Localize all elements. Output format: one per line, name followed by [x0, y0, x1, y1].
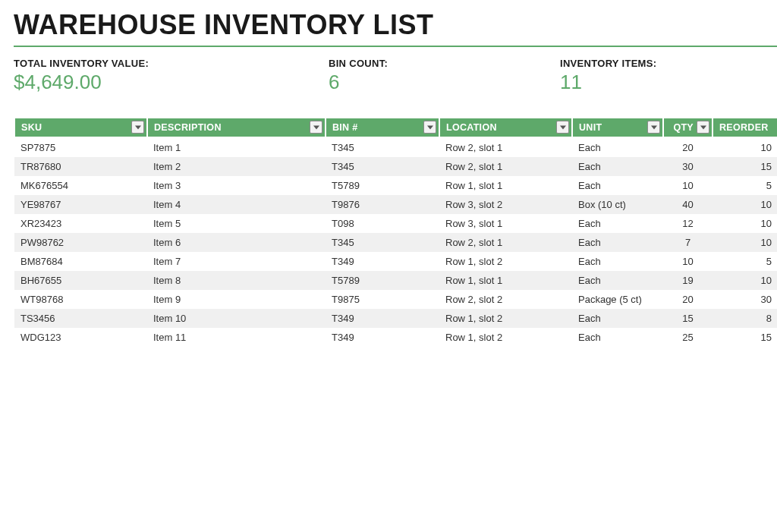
filter-dropdown-icon[interactable] — [697, 121, 709, 134]
cell-sku: BH67655 — [14, 271, 147, 290]
cell-reorder: 10 — [713, 233, 777, 252]
cell-bin: T9875 — [326, 290, 439, 309]
cell-qty: 19 — [663, 271, 713, 290]
filter-dropdown-icon[interactable] — [423, 121, 436, 134]
page-title: WAREHOUSE INVENTORY LIST — [14, 9, 777, 41]
cell-qty: 20 — [663, 290, 713, 309]
cell-sku: BM87684 — [14, 252, 147, 271]
cell-reorder: 15 — [713, 157, 777, 176]
cell-qty: 20 — [663, 137, 713, 157]
cell-bin: T345 — [326, 233, 439, 252]
svg-marker-3 — [560, 125, 566, 129]
cell-description: Item 1 — [147, 137, 326, 157]
table-row: WDG123Item 11T349Row 1, slot 2Each2515 — [14, 328, 777, 347]
cell-description: Item 9 — [147, 290, 326, 309]
cell-sku: WDG123 — [14, 328, 147, 347]
cell-location: Row 1, slot 2 — [439, 252, 572, 271]
col-header-unit[interactable]: UNIT — [572, 118, 663, 137]
table-header-row: SKU DESCRIPTION BIN # LOCATION UNIT — [14, 118, 777, 137]
table-body: SP7875Item 1T345Row 2, slot 1Each2010TR8… — [14, 137, 777, 347]
cell-reorder: 8 — [713, 309, 777, 328]
cell-unit: Box (10 ct) — [572, 195, 663, 214]
cell-sku: YE98767 — [14, 195, 147, 214]
table-row: TS3456Item 10T349Row 1, slot 2Each158 — [14, 309, 777, 328]
filter-dropdown-icon[interactable] — [310, 121, 322, 134]
col-header-sku[interactable]: SKU — [14, 118, 147, 137]
cell-sku: SP7875 — [14, 137, 147, 157]
table-row: XR23423Item 5T098Row 3, slot 1Each1210 — [14, 214, 777, 233]
cell-reorder: 30 — [713, 290, 777, 309]
col-header-reorder-label: REORDER — [719, 122, 769, 133]
cell-bin: T349 — [326, 328, 439, 347]
cell-bin: T345 — [326, 157, 439, 176]
col-header-description-label: DESCRIPTION — [154, 122, 222, 133]
cell-unit: Each — [572, 328, 663, 347]
filter-dropdown-icon[interactable] — [647, 121, 660, 134]
col-header-reorder[interactable]: REORDER — [713, 118, 777, 137]
cell-sku: PW98762 — [14, 233, 147, 252]
cell-location: Row 3, slot 1 — [439, 214, 572, 233]
cell-description: Item 2 — [147, 157, 326, 176]
filter-dropdown-icon[interactable] — [131, 121, 144, 134]
cell-location: Row 1, slot 2 — [439, 328, 572, 347]
cell-sku: TR87680 — [14, 157, 147, 176]
svg-marker-0 — [135, 125, 141, 129]
cell-reorder: 10 — [713, 271, 777, 290]
inventory-table: SKU DESCRIPTION BIN # LOCATION UNIT — [14, 117, 777, 347]
cell-unit: Each — [572, 309, 663, 328]
cell-location: Row 2, slot 1 — [439, 137, 572, 157]
cell-sku: XR23423 — [14, 214, 147, 233]
col-header-bin-label: BIN # — [332, 122, 357, 133]
cell-bin: T5789 — [326, 271, 439, 290]
cell-bin: T5789 — [326, 176, 439, 195]
cell-location: Row 1, slot 1 — [439, 176, 572, 195]
stat-inventory-items: INVENTORY ITEMS: 11 — [560, 58, 656, 94]
table-row: SP7875Item 1T345Row 2, slot 1Each2010 — [14, 137, 777, 157]
stat-bin-count: BIN COUNT: 6 — [329, 58, 560, 94]
cell-unit: Each — [572, 214, 663, 233]
cell-qty: 10 — [663, 176, 713, 195]
table-row: WT98768Item 9T9875Row 2, slot 2Package (… — [14, 290, 777, 309]
col-header-bin[interactable]: BIN # — [326, 118, 439, 137]
cell-bin: T9876 — [326, 195, 439, 214]
svg-marker-5 — [700, 125, 706, 129]
stat-items-label: INVENTORY ITEMS: — [560, 58, 656, 69]
col-header-sku-label: SKU — [21, 122, 42, 133]
cell-reorder: 5 — [713, 252, 777, 271]
table-row: PW98762Item 6T345Row 2, slot 1Each710 — [14, 233, 777, 252]
cell-description: Item 7 — [147, 252, 326, 271]
filter-dropdown-icon[interactable] — [556, 121, 569, 134]
cell-unit: Each — [572, 271, 663, 290]
cell-description: Item 5 — [147, 214, 326, 233]
stat-total-label: TOTAL INVENTORY VALUE: — [14, 58, 329, 69]
stat-total-amount: $4,649.00 — [14, 71, 329, 94]
stat-bin-label: BIN COUNT: — [329, 58, 560, 69]
cell-location: Row 3, slot 2 — [439, 195, 572, 214]
cell-location: Row 1, slot 1 — [439, 271, 572, 290]
cell-reorder: 10 — [713, 195, 777, 214]
cell-location: Row 1, slot 2 — [439, 309, 572, 328]
cell-qty: 30 — [663, 157, 713, 176]
stat-items-amount: 11 — [560, 71, 656, 94]
cell-unit: Each — [572, 137, 663, 157]
cell-location: Row 2, slot 1 — [439, 233, 572, 252]
table-row: YE98767Item 4T9876Row 3, slot 2Box (10 c… — [14, 195, 777, 214]
cell-bin: T345 — [326, 137, 439, 157]
cell-reorder: 5 — [713, 176, 777, 195]
cell-reorder: 10 — [713, 214, 777, 233]
cell-reorder: 10 — [713, 137, 777, 157]
col-header-location[interactable]: LOCATION — [439, 118, 572, 137]
col-header-description[interactable]: DESCRIPTION — [147, 118, 326, 137]
cell-sku: MK676554 — [14, 176, 147, 195]
cell-description: Item 8 — [147, 271, 326, 290]
cell-description: Item 11 — [147, 328, 326, 347]
cell-sku: WT98768 — [14, 290, 147, 309]
cell-description: Item 6 — [147, 233, 326, 252]
cell-location: Row 2, slot 1 — [439, 157, 572, 176]
svg-marker-1 — [313, 125, 319, 129]
col-header-location-label: LOCATION — [446, 122, 497, 133]
title-rule — [14, 46, 777, 47]
col-header-qty[interactable]: QTY — [663, 118, 713, 137]
table-row: MK676554Item 3T5789Row 1, slot 1Each105 — [14, 176, 777, 195]
cell-location: Row 2, slot 2 — [439, 290, 572, 309]
